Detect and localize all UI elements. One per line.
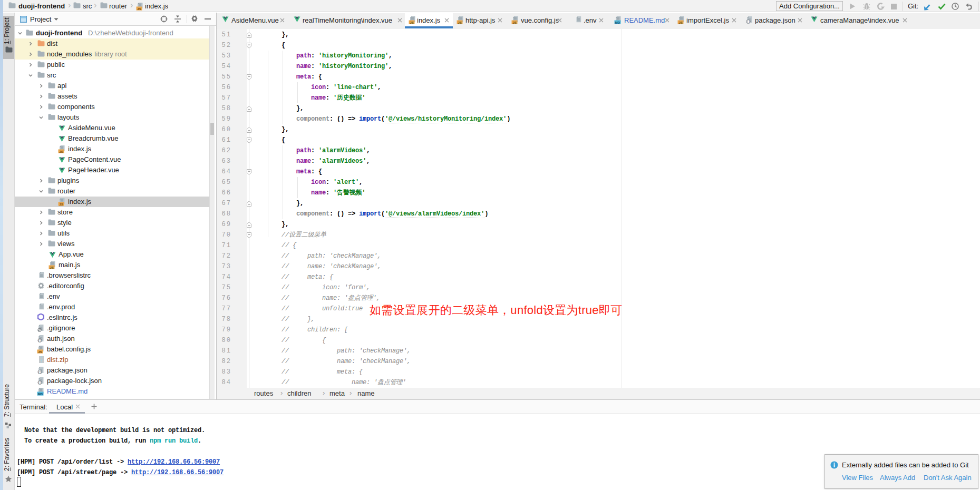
- svg-text:{}: {}: [38, 339, 42, 342]
- svg-text:JS: JS: [678, 21, 683, 24]
- svg-text:{}: {}: [746, 20, 750, 24]
- svg-text:JS: JS: [512, 21, 517, 24]
- svg-text:JS: JS: [137, 7, 141, 11]
- svg-text:JS: JS: [38, 350, 42, 354]
- svg-text:{}: {}: [38, 370, 42, 374]
- svg-text:JS: JS: [50, 266, 54, 269]
- svg-text:JS: JS: [458, 21, 462, 24]
- svg-text:JS: JS: [410, 21, 414, 24]
- svg-text:MD: MD: [38, 393, 43, 396]
- svg-text:{}: {}: [38, 381, 42, 385]
- svg-text:JS: JS: [59, 150, 63, 153]
- svg-text:MD: MD: [615, 21, 620, 24]
- svg-text:JS: JS: [59, 202, 63, 206]
